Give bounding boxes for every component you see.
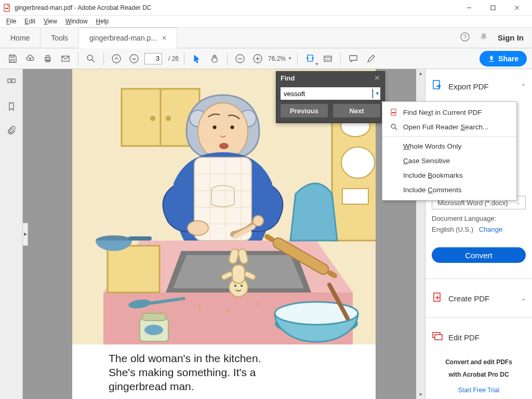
svg-rect-37 xyxy=(342,189,368,204)
svg-rect-59 xyxy=(142,313,166,321)
svg-point-76 xyxy=(253,216,263,226)
find-icon[interactable] xyxy=(84,51,98,66)
search-small-icon xyxy=(390,123,398,131)
create-pdf-section[interactable]: Create PDF ⌄ xyxy=(432,286,526,310)
bookmarks-rail-icon[interactable] xyxy=(5,100,18,113)
svg-point-78 xyxy=(198,306,201,308)
print-icon[interactable] xyxy=(41,51,55,66)
zoom-out-icon[interactable] xyxy=(233,51,247,66)
page-count-label: / 26 xyxy=(168,55,179,62)
svg-point-24 xyxy=(325,59,326,60)
minimize-button[interactable] xyxy=(457,0,481,16)
menu-include-comments[interactable]: Include Comments xyxy=(382,182,516,197)
find-input[interactable] xyxy=(283,90,372,98)
pdf-small-icon xyxy=(390,108,398,116)
pointer-tool-icon[interactable] xyxy=(190,51,204,66)
svg-point-46 xyxy=(234,285,236,287)
svg-rect-3 xyxy=(491,6,495,10)
save-icon[interactable] xyxy=(5,51,20,66)
left-rail-toggle[interactable]: ▶ xyxy=(23,223,28,246)
fit-width-icon[interactable]: ▼ xyxy=(303,51,317,66)
svg-rect-39 xyxy=(108,246,159,292)
svg-point-14 xyxy=(112,55,121,63)
menu-case-sensitive[interactable]: Case Sensitive xyxy=(382,153,516,168)
email-icon[interactable] xyxy=(58,51,73,66)
svg-point-77 xyxy=(180,299,182,301)
page-up-icon[interactable] xyxy=(109,51,124,66)
menu-whole-words[interactable]: Whole Words Only xyxy=(382,139,516,153)
svg-rect-41 xyxy=(232,265,245,283)
svg-point-60 xyxy=(144,325,163,335)
zoom-in-icon[interactable] xyxy=(250,51,265,66)
svg-point-66 xyxy=(219,143,229,149)
menu-help[interactable]: Help xyxy=(92,17,113,26)
highlight-tool-icon[interactable] xyxy=(364,51,378,66)
menu-open-full-search[interactable]: Open Full Reader Search... xyxy=(382,119,516,134)
notifications-icon[interactable] xyxy=(479,32,488,44)
comment-icon[interactable] xyxy=(346,51,361,66)
find-options-menu: Find Next in Current PDF Open Full Reade… xyxy=(382,101,517,201)
menu-find-next-in-pdf[interactable]: Find Next in Current PDF xyxy=(382,105,516,119)
svg-point-81 xyxy=(159,312,162,314)
close-window-button[interactable] xyxy=(505,0,529,16)
edit-pdf-label: Edit PDF xyxy=(448,333,526,342)
toolbar: / 26 76.2%▼ ▼ Share xyxy=(0,48,532,69)
tab-home[interactable]: Home xyxy=(0,28,41,48)
start-trial-link[interactable]: Start Free Trial xyxy=(432,387,526,394)
menu-edit[interactable]: Edit xyxy=(20,17,39,26)
svg-point-47 xyxy=(241,285,243,287)
attachments-icon[interactable] xyxy=(5,124,18,137)
change-language-link[interactable]: Change xyxy=(479,225,503,233)
find-next-button[interactable]: Next xyxy=(333,104,380,117)
find-previous-button[interactable]: Previous xyxy=(281,104,328,117)
svg-point-26 xyxy=(329,59,330,60)
svg-rect-9 xyxy=(46,56,49,58)
page-text-line: The old woman's in the kitchen. xyxy=(109,352,339,366)
promo-line2: with Acrobat Pro DC xyxy=(448,371,509,378)
convert-button[interactable]: Convert xyxy=(432,247,526,263)
svg-point-63 xyxy=(198,103,248,160)
tab-close-icon[interactable]: × xyxy=(162,34,166,42)
doc-language-value: English (U.S.) xyxy=(432,225,473,233)
svg-line-13 xyxy=(92,60,95,62)
svg-point-79 xyxy=(227,310,229,312)
tab-document[interactable]: gingerbread-man.p... × xyxy=(79,28,177,48)
page-number-input[interactable] xyxy=(144,53,162,64)
svg-point-65 xyxy=(231,126,234,129)
tab-tools[interactable]: Tools xyxy=(41,28,79,48)
tab-bar: Home Tools gingerbread-man.p... × ? Sign… xyxy=(0,28,532,48)
find-close-icon[interactable]: ✕ xyxy=(374,74,380,82)
cloud-upload-icon[interactable] xyxy=(23,51,37,66)
share-button[interactable]: Share xyxy=(480,51,527,66)
edit-pdf-section[interactable]: Edit PDF xyxy=(432,325,526,349)
chevron-up-icon[interactable]: ⌃ xyxy=(521,83,526,90)
scroll-up-icon[interactable]: ▲ xyxy=(416,69,425,78)
chevron-down-icon[interactable]: ⌄ xyxy=(521,295,526,302)
find-dialog: Find ✕ ▼ Previous Next xyxy=(276,71,385,123)
help-icon[interactable]: ? xyxy=(460,32,470,44)
menu-file[interactable]: File xyxy=(2,17,20,26)
sign-in-link[interactable]: Sign In xyxy=(498,33,524,42)
scroll-down-icon[interactable]: ▼ xyxy=(416,390,425,399)
read-mode-icon[interactable] xyxy=(321,51,335,66)
doc-language-label: Document Language: xyxy=(432,215,526,222)
find-options-dropdown-icon[interactable]: ▼ xyxy=(375,91,380,96)
thumbnails-icon[interactable] xyxy=(5,76,18,89)
create-pdf-icon xyxy=(432,291,443,305)
menu-include-bookmarks[interactable]: Include Bookmarks xyxy=(382,168,516,182)
export-pdf-section[interactable]: Export PDF ⌃ xyxy=(432,74,526,98)
menu-window[interactable]: Window xyxy=(61,17,92,26)
svg-point-64 xyxy=(213,126,217,129)
window-title: gingerbread-man.pdf - Adobe Acrobat Read… xyxy=(15,4,457,11)
svg-point-75 xyxy=(188,221,208,235)
menu-view[interactable]: View xyxy=(39,17,61,26)
svg-rect-85 xyxy=(435,335,442,340)
zoom-level-dropdown[interactable]: 76.2%▼ xyxy=(268,55,292,62)
pan-tool-icon[interactable] xyxy=(207,51,222,66)
menubar: File Edit View Window Help xyxy=(0,16,532,28)
page-down-icon[interactable] xyxy=(127,51,141,66)
svg-point-12 xyxy=(87,55,92,60)
svg-rect-22 xyxy=(324,56,331,61)
maximize-button[interactable] xyxy=(481,0,505,16)
svg-rect-28 xyxy=(12,79,15,83)
